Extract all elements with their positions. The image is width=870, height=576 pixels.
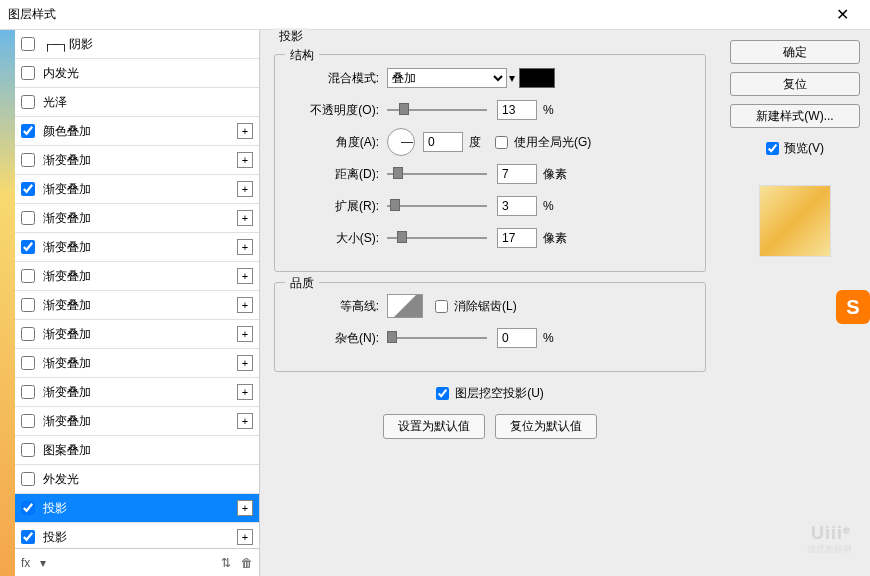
noise-unit: % [543, 331, 554, 345]
structure-legend: 结构 [285, 47, 319, 64]
effect-label: 渐变叠加 [43, 355, 237, 372]
effect-row-gradient-overlay-2[interactable]: 渐变叠加+ [15, 175, 259, 204]
effect-row-gradient-overlay-9[interactable]: 渐变叠加+ [15, 378, 259, 407]
fx-label[interactable]: fx [21, 556, 30, 570]
effect-row-color-overlay[interactable]: 颜色叠加+ [15, 117, 259, 146]
add-effect-icon[interactable]: + [237, 181, 253, 197]
add-effect-icon[interactable]: + [237, 500, 253, 516]
effect-row-gradient-overlay-8[interactable]: 渐变叠加+ [15, 349, 259, 378]
add-effect-icon[interactable]: + [237, 529, 253, 545]
size-slider[interactable] [387, 231, 487, 245]
knockout-checkbox[interactable] [436, 387, 449, 400]
effect-checkbox[interactable] [21, 530, 35, 544]
effect-checkbox[interactable] [21, 414, 35, 428]
noise-label: 杂色(N): [289, 330, 379, 347]
spread-input[interactable] [497, 196, 537, 216]
size-input[interactable] [497, 228, 537, 248]
size-label: 大小(S): [289, 230, 379, 247]
effect-label: ┌─┐阴影 [43, 36, 253, 53]
angle-input[interactable] [423, 132, 463, 152]
add-effect-icon[interactable]: + [237, 239, 253, 255]
ok-button[interactable]: 确定 [730, 40, 860, 64]
effect-checkbox[interactable] [21, 182, 35, 196]
distance-unit: 像素 [543, 166, 567, 183]
effect-checkbox[interactable] [21, 124, 35, 138]
contour-picker[interactable] [387, 294, 423, 318]
close-button[interactable]: ✕ [822, 0, 862, 30]
effect-row-gradient-overlay-5[interactable]: 渐变叠加+ [15, 262, 259, 291]
noise-slider[interactable] [387, 331, 487, 345]
contour-label: 等高线: [289, 298, 379, 315]
effect-checkbox[interactable] [21, 443, 35, 457]
preview-checkbox[interactable] [766, 142, 779, 155]
effect-checkbox[interactable] [21, 356, 35, 370]
effect-row-gradient-overlay-3[interactable]: 渐变叠加+ [15, 204, 259, 233]
add-effect-icon[interactable]: + [237, 123, 253, 139]
effect-checkbox[interactable] [21, 501, 35, 515]
new-style-button[interactable]: 新建样式(W)... [730, 104, 860, 128]
noise-input[interactable] [497, 328, 537, 348]
effect-checkbox[interactable] [21, 472, 35, 486]
effect-checkbox[interactable] [21, 95, 35, 109]
quality-fieldset: 品质 等高线: 消除锯齿(L) 杂色(N): % [274, 282, 706, 372]
effect-row-drop-shadow-1[interactable]: 投影+ [15, 494, 259, 523]
effect-checkbox[interactable] [21, 240, 35, 254]
effect-checkbox[interactable] [21, 269, 35, 283]
effect-checkbox[interactable] [21, 37, 35, 51]
window-title: 图层样式 [8, 6, 822, 23]
effect-checkbox[interactable] [21, 211, 35, 225]
effect-row-gradient-overlay-1[interactable]: 渐变叠加+ [15, 146, 259, 175]
preview-label: 预览(V) [784, 140, 824, 157]
effects-list[interactable]: ┌─┐阴影内发光光泽颜色叠加+渐变叠加+渐变叠加+渐变叠加+渐变叠加+渐变叠加+… [15, 30, 259, 548]
effect-checkbox[interactable] [21, 298, 35, 312]
blend-dropdown-icon[interactable]: ▾ [509, 71, 515, 85]
add-effect-icon[interactable]: + [237, 152, 253, 168]
effect-row-gradient-overlay-6[interactable]: 渐变叠加+ [15, 291, 259, 320]
opacity-unit: % [543, 103, 554, 117]
effect-checkbox[interactable] [21, 385, 35, 399]
add-effect-icon[interactable]: + [237, 210, 253, 226]
effect-label: 渐变叠加 [43, 413, 237, 430]
add-effect-icon[interactable]: + [237, 326, 253, 342]
knockout-row: 图层挖空投影(U) [274, 382, 706, 404]
distance-input[interactable] [497, 164, 537, 184]
effect-row-inner-shadow-top[interactable]: ┌─┐阴影 [15, 30, 259, 59]
cancel-button[interactable]: 复位 [730, 72, 860, 96]
contour-row: 等高线: 消除锯齿(L) [289, 295, 691, 317]
add-effect-icon[interactable]: + [237, 384, 253, 400]
section-title: 投影 [274, 28, 308, 45]
effect-checkbox[interactable] [21, 66, 35, 80]
blend-mode-select[interactable]: 叠加 [387, 68, 507, 88]
set-default-button[interactable]: 设置为默认值 [383, 414, 485, 439]
shadow-color-swatch[interactable] [519, 68, 555, 88]
reset-default-button[interactable]: 复位为默认值 [495, 414, 597, 439]
up-down-icon[interactable]: ⇅ [221, 556, 231, 570]
add-effect-icon[interactable]: + [237, 297, 253, 313]
add-effect-icon[interactable]: + [237, 413, 253, 429]
fx-dropdown-icon[interactable]: ▾ [40, 556, 46, 570]
opacity-slider[interactable] [387, 103, 487, 117]
spread-slider[interactable] [387, 199, 487, 213]
watermark-sub: 优优教程网 [807, 543, 852, 556]
distance-slider[interactable] [387, 167, 487, 181]
add-effect-icon[interactable]: + [237, 268, 253, 284]
angle-dial[interactable] [387, 128, 415, 156]
effect-label: 渐变叠加 [43, 210, 237, 227]
trash-icon[interactable]: 🗑 [241, 556, 253, 570]
effect-row-gradient-overlay-4[interactable]: 渐变叠加+ [15, 233, 259, 262]
effect-row-gradient-overlay-10[interactable]: 渐变叠加+ [15, 407, 259, 436]
effect-checkbox[interactable] [21, 327, 35, 341]
effect-row-drop-shadow-2[interactable]: 投影+ [15, 523, 259, 548]
effect-row-gradient-overlay-7[interactable]: 渐变叠加+ [15, 320, 259, 349]
opacity-input[interactable] [497, 100, 537, 120]
antialias-checkbox[interactable] [435, 300, 448, 313]
add-effect-icon[interactable]: + [237, 355, 253, 371]
effect-label: 渐变叠加 [43, 239, 237, 256]
effect-checkbox[interactable] [21, 153, 35, 167]
effect-row-satin[interactable]: 光泽 [15, 88, 259, 117]
sogou-ime-icon[interactable]: S [836, 290, 870, 324]
effect-row-outer-glow[interactable]: 外发光 [15, 465, 259, 494]
global-light-checkbox[interactable] [495, 136, 508, 149]
effect-row-inner-glow[interactable]: 内发光 [15, 59, 259, 88]
effect-row-pattern-overlay[interactable]: 图案叠加 [15, 436, 259, 465]
